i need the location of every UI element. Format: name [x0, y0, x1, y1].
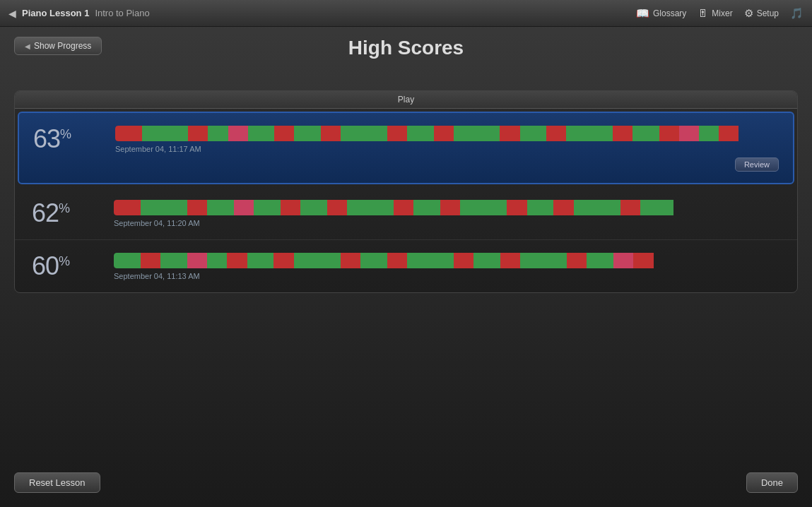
score-row-3: 60% — [15, 240, 797, 292]
mixer-label: Mixer — [712, 8, 732, 18]
score-percent-1: 63% — [33, 124, 104, 154]
glossary-label: Glossary — [653, 8, 686, 18]
score-right-1: September 04, 11:17 AM — [115, 126, 779, 153]
gear-icon: ⚙ — [744, 7, 753, 20]
score-percent-3: 60% — [32, 251, 102, 281]
glossary-nav[interactable]: 📖 Glossary — [636, 7, 686, 20]
score-date-2: September 04, 11:20 AM — [114, 219, 780, 227]
page-title: High Scores — [348, 37, 464, 59]
reset-lesson-button[interactable]: Reset Lesson — [14, 472, 100, 493]
titlebar-right: 📖 Glossary 🎚 Mixer ⚙ Setup 🎵 — [636, 7, 804, 20]
music-icon: 🎵 — [790, 7, 804, 20]
main-content: Show Progress High Scores Play 63% — [0, 27, 812, 303]
mixer-icon: 🎚 — [698, 7, 708, 19]
score-right-2: September 04, 11:20 AM — [114, 200, 780, 227]
bottom-bar: Reset Lesson Done — [14, 472, 798, 493]
review-button[interactable]: Review — [735, 157, 779, 172]
done-button[interactable]: Done — [746, 472, 798, 493]
mixer-nav[interactable]: 🎚 Mixer — [698, 7, 732, 19]
app-title: Piano Lesson 1 — [22, 8, 89, 18]
titlebar: ◀ Piano Lesson 1 Intro to Piano 📖 Glossa… — [0, 0, 812, 27]
score-date-3: September 04, 11:13 AM — [114, 272, 780, 280]
setup-label: Setup — [757, 8, 779, 18]
back-button[interactable]: ◀ — [8, 8, 16, 19]
setup-nav[interactable]: ⚙ Setup — [744, 7, 779, 20]
score-date-1: September 04, 11:17 AM — [115, 145, 779, 153]
scores-panel: Play 63% — [14, 90, 798, 293]
progress-bar-1 — [115, 126, 779, 141]
progress-bar-3 — [114, 253, 780, 268]
app-subtitle: Intro to Piano — [95, 8, 149, 18]
score-row-1: 63% — [18, 112, 794, 184]
show-progress-label: Show Progress — [34, 41, 91, 51]
score-right-3: September 04, 11:13 AM — [114, 253, 780, 280]
titlebar-left: ◀ Piano Lesson 1 Intro to Piano — [8, 8, 150, 19]
progress-bar-2 — [114, 200, 780, 215]
music-nav[interactable]: 🎵 — [790, 7, 804, 20]
panel-header: Play — [15, 91, 797, 109]
score-percent-2: 62% — [32, 198, 102, 228]
score-row-2: 62% — [15, 187, 797, 240]
show-progress-button[interactable]: Show Progress — [14, 37, 102, 55]
glossary-icon: 📖 — [636, 7, 649, 20]
